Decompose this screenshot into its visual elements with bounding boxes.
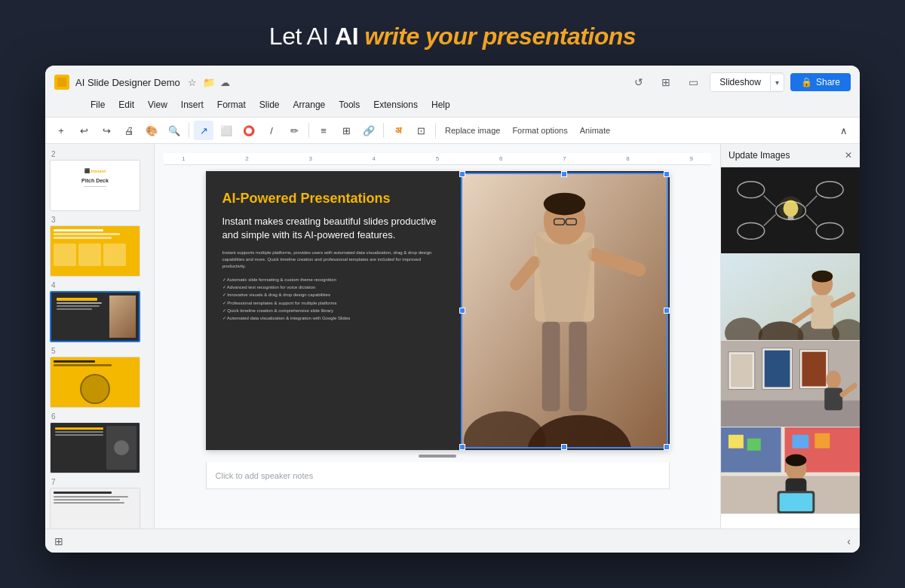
slide-body-text: Instant supports multiple platforms, pro…: [222, 250, 446, 270]
screen-button[interactable]: ▭: [683, 72, 704, 93]
slide-thumbnail-5[interactable]: 5: [50, 347, 149, 408]
share-button[interactable]: 🔒 Share: [790, 73, 851, 91]
slide-thumbnail-6[interactable]: 6: [50, 412, 149, 473]
slide-thumbnail-3[interactable]: 3: [50, 216, 149, 277]
grid-view-icon[interactable]: ⊞: [54, 535, 63, 547]
browser-window: AI Slide Designer Demo ☆ 📁 ☁ ↺ ⊞ ▭ Slide…: [45, 66, 860, 553]
svg-rect-53: [729, 435, 744, 449]
slide-thumbnail-7[interactable]: 7: [50, 478, 149, 528]
ruler-mark-5: 5: [436, 155, 439, 162]
title-bar-left: AI Slide Designer Demo ☆ 📁 ☁: [54, 75, 232, 90]
toolbar-link-button[interactable]: 🔗: [359, 121, 379, 140]
toolbar-format-options-button[interactable]: Format options: [508, 124, 572, 136]
ruler-mark-8: 8: [626, 155, 629, 162]
toolbar-zoom-button[interactable]: 🔍: [164, 121, 184, 140]
svg-point-61: [786, 455, 807, 467]
toolbar-pen-button[interactable]: ✏: [284, 121, 304, 140]
menu-tools[interactable]: Tools: [333, 97, 366, 112]
toolbar-select-button[interactable]: ↗: [194, 121, 213, 140]
slide-canvas[interactable]: AI-Powered Presentations Instant makes c…: [206, 171, 670, 450]
svg-rect-40: [731, 354, 753, 387]
svg-rect-11: [541, 322, 560, 412]
speaker-notes[interactable]: Click to add speaker notes: [206, 462, 670, 489]
toolbar-circle-button[interactable]: ⭕: [239, 121, 259, 140]
svg-rect-47: [824, 387, 842, 410]
slideshow-main-button[interactable]: Slideshow: [710, 73, 770, 91]
folder-icon[interactable]: 📁: [203, 76, 215, 88]
menu-insert[interactable]: Insert: [175, 97, 210, 112]
toolbar-sep-3: [383, 123, 384, 138]
history-button[interactable]: ↺: [628, 72, 649, 93]
svg-rect-42: [765, 351, 790, 387]
slide-thumb-img-7: [50, 488, 140, 528]
toolbar-align-button[interactable]: ≡: [314, 121, 333, 140]
headline: Let AI AI write your presentations: [269, 23, 636, 51]
cloud-icon[interactable]: ☁: [219, 76, 232, 88]
slide-number-4: 4: [50, 281, 149, 289]
toolbar: + ↩ ↪ 🖨 🎨 🔍 ↗ ⬜ ⭕ / ✏ ≡ ⊞ 🔗 अ ⊡ Replace …: [45, 117, 860, 144]
slide-panel: 2 ⬛ Instant Pitch Deck 3: [45, 144, 155, 528]
scroll-indicator: [419, 455, 456, 458]
panel-image-2[interactable]: [721, 254, 860, 341]
menu-view[interactable]: View: [142, 97, 173, 112]
slide-thumb-img-6: [50, 422, 140, 473]
svg-point-46: [826, 371, 841, 389]
presenter-svg: [461, 173, 668, 449]
panel-image-1[interactable]: [721, 167, 860, 254]
ruler-mark-2: 2: [245, 155, 248, 162]
menu-edit[interactable]: Edit: [112, 97, 140, 112]
toolbar-print-button[interactable]: 🖨: [119, 121, 139, 140]
panel-image-4[interactable]: [721, 427, 860, 514]
slide-thumb-img-5: [50, 357, 140, 408]
collapse-panel-icon[interactable]: ‹: [847, 535, 851, 547]
menu-slide[interactable]: Slide: [253, 97, 286, 112]
ruler-mark-1: 1: [182, 155, 185, 162]
slide-number-2: 2: [50, 150, 149, 158]
toolbar-crop-button[interactable]: ⊡: [411, 121, 431, 140]
toolbar-grid-button[interactable]: ⊞: [336, 121, 356, 140]
slide-thumb-img-3: [50, 225, 140, 277]
toolbar-paint-button[interactable]: 🎨: [142, 121, 161, 140]
ruler-mark-3: 3: [308, 155, 311, 162]
ruler: 1 2 3 4 5 6 7 8 9: [164, 153, 711, 165]
slideshow-dropdown-button[interactable]: ▾: [770, 75, 784, 90]
speaker-notes-placeholder: Click to add speaker notes: [216, 471, 314, 480]
toolbar-replace-image-button[interactable]: Replace image: [440, 124, 505, 136]
ruler-mark-9: 9: [690, 155, 693, 162]
menu-file[interactable]: File: [84, 97, 111, 112]
right-panel-header: Update Images ✕: [721, 144, 860, 167]
slide-thumbnail-4[interactable]: 4: [50, 281, 149, 342]
toolbar-collapse-button[interactable]: ∧: [834, 121, 854, 140]
toolbar-undo-button[interactable]: ↩: [74, 121, 94, 140]
toolbar-rect-button[interactable]: ⬜: [216, 121, 236, 140]
slide-list-item-3: Innovative visuals & drag & drop design …: [222, 291, 446, 299]
title-icons: ☆ 📁 ☁: [186, 76, 232, 88]
right-panel-title: Update Images: [729, 150, 790, 161]
svg-rect-12: [569, 322, 587, 412]
right-panel-close-icon[interactable]: ✕: [845, 150, 852, 161]
share-label: Share: [816, 77, 840, 87]
toolbar-devanagari-button[interactable]: अ: [388, 121, 408, 140]
slide-left-content: AI-Powered Presentations Instant makes c…: [207, 173, 461, 449]
headline-highlight: write your presentations: [364, 23, 636, 50]
layout-button[interactable]: ⊞: [655, 72, 676, 93]
menu-arrange[interactable]: Arrange: [287, 97, 332, 112]
slide-thumbnail-2[interactable]: 2 ⬛ Instant Pitch Deck: [50, 150, 149, 211]
doc-title: AI Slide Designer Demo: [75, 77, 180, 88]
menu-format[interactable]: Format: [211, 97, 252, 112]
toolbar-redo-button[interactable]: ↪: [97, 121, 116, 140]
panel-image-3[interactable]: [721, 341, 860, 427]
slide-right-image[interactable]: [461, 173, 668, 449]
svg-point-36: [811, 271, 833, 283]
toolbar-add-button[interactable]: +: [51, 121, 71, 140]
app-icon-inner: [57, 78, 66, 87]
menu-help[interactable]: Help: [425, 97, 456, 112]
toolbar-animate-button[interactable]: Animate: [575, 124, 615, 136]
slide-number-5: 5: [50, 347, 149, 355]
ruler-marks: 1 2 3 4 5 6 7 8 9: [167, 155, 708, 162]
star-icon[interactable]: ☆: [186, 76, 198, 88]
toolbar-line-button[interactable]: /: [262, 121, 281, 140]
menu-bar: File Edit View Insert Format Slide Arran…: [54, 96, 851, 117]
menu-extensions[interactable]: Extensions: [367, 97, 424, 112]
svg-point-26: [779, 197, 803, 221]
